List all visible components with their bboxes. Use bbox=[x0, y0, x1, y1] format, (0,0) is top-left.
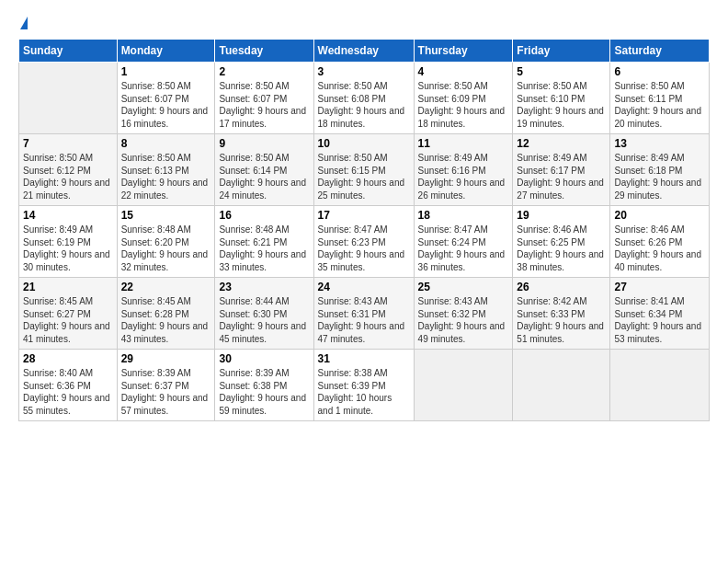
calendar-cell: 22Sunrise: 8:45 AMSunset: 6:28 PMDayligh… bbox=[117, 278, 215, 350]
cell-info: Sunrise: 8:49 AMSunset: 6:19 PMDaylight:… bbox=[23, 224, 110, 272]
cell-info: Sunrise: 8:50 AMSunset: 6:13 PMDaylight:… bbox=[121, 153, 209, 201]
calendar-cell: 7Sunrise: 8:50 AMSunset: 6:12 PMDaylight… bbox=[19, 134, 118, 206]
cell-info: Sunrise: 8:42 AMSunset: 6:33 PMDaylight:… bbox=[517, 296, 604, 344]
cell-info: Sunrise: 8:49 AMSunset: 6:18 PMDaylight:… bbox=[614, 153, 701, 201]
day-number: 7 bbox=[23, 137, 113, 150]
calendar-week-row: 21Sunrise: 8:45 AMSunset: 6:27 PMDayligh… bbox=[19, 278, 710, 350]
weekday-header: Monday bbox=[117, 40, 215, 63]
day-number: 16 bbox=[219, 209, 309, 222]
calendar-cell: 10Sunrise: 8:50 AMSunset: 6:15 PMDayligh… bbox=[313, 134, 414, 206]
day-number: 14 bbox=[23, 209, 113, 222]
day-number: 10 bbox=[318, 137, 410, 150]
cell-info: Sunrise: 8:48 AMSunset: 6:21 PMDaylight:… bbox=[219, 224, 306, 272]
weekday-header: Sunday bbox=[19, 40, 118, 63]
calendar-week-row: 28Sunrise: 8:40 AMSunset: 6:36 PMDayligh… bbox=[19, 350, 710, 421]
calendar-cell: 12Sunrise: 8:49 AMSunset: 6:17 PMDayligh… bbox=[513, 134, 610, 206]
day-number: 19 bbox=[517, 209, 606, 222]
calendar-cell: 4Sunrise: 8:50 AMSunset: 6:09 PMDaylight… bbox=[414, 63, 513, 134]
calendar-cell: 13Sunrise: 8:49 AMSunset: 6:18 PMDayligh… bbox=[610, 134, 710, 206]
day-number: 13 bbox=[614, 137, 705, 150]
day-number: 21 bbox=[23, 281, 113, 293]
day-number: 4 bbox=[418, 65, 509, 78]
cell-info: Sunrise: 8:39 AMSunset: 6:38 PMDaylight:… bbox=[219, 368, 306, 416]
day-number: 12 bbox=[517, 137, 606, 150]
calendar-cell: 31Sunrise: 8:38 AMSunset: 6:39 PMDayligh… bbox=[313, 350, 414, 421]
header-row: SundayMondayTuesdayWednesdayThursdayFrid… bbox=[19, 40, 710, 63]
calendar-table: SundayMondayTuesdayWednesdayThursdayFrid… bbox=[18, 39, 710, 421]
day-number: 8 bbox=[121, 137, 211, 150]
calendar-cell: 28Sunrise: 8:40 AMSunset: 6:36 PMDayligh… bbox=[19, 350, 118, 421]
cell-info: Sunrise: 8:50 AMSunset: 6:08 PMDaylight:… bbox=[318, 81, 405, 129]
day-number: 6 bbox=[614, 65, 705, 78]
calendar-cell bbox=[19, 63, 118, 134]
cell-info: Sunrise: 8:50 AMSunset: 6:15 PMDaylight:… bbox=[318, 153, 405, 201]
day-number: 1 bbox=[121, 65, 211, 78]
calendar-cell bbox=[610, 350, 710, 421]
calendar-cell: 20Sunrise: 8:46 AMSunset: 6:26 PMDayligh… bbox=[610, 206, 710, 278]
calendar-week-row: 7Sunrise: 8:50 AMSunset: 6:12 PMDaylight… bbox=[19, 134, 710, 206]
calendar-cell: 2Sunrise: 8:50 AMSunset: 6:07 PMDaylight… bbox=[215, 63, 313, 134]
cell-info: Sunrise: 8:50 AMSunset: 6:07 PMDaylight:… bbox=[219, 81, 306, 129]
day-number: 22 bbox=[121, 281, 211, 293]
weekday-header: Friday bbox=[513, 40, 610, 63]
day-number: 24 bbox=[318, 281, 410, 293]
day-number: 30 bbox=[219, 352, 309, 365]
cell-info: Sunrise: 8:47 AMSunset: 6:23 PMDaylight:… bbox=[318, 224, 405, 272]
calendar-cell: 17Sunrise: 8:47 AMSunset: 6:23 PMDayligh… bbox=[313, 206, 414, 278]
cell-info: Sunrise: 8:46 AMSunset: 6:25 PMDaylight:… bbox=[517, 224, 604, 272]
calendar-cell: 19Sunrise: 8:46 AMSunset: 6:25 PMDayligh… bbox=[513, 206, 610, 278]
cell-info: Sunrise: 8:50 AMSunset: 6:11 PMDaylight:… bbox=[614, 81, 701, 129]
calendar-week-row: 14Sunrise: 8:49 AMSunset: 6:19 PMDayligh… bbox=[19, 206, 710, 278]
calendar-header: SundayMondayTuesdayWednesdayThursdayFrid… bbox=[19, 40, 710, 63]
day-number: 3 bbox=[318, 65, 410, 78]
cell-info: Sunrise: 8:50 AMSunset: 6:10 PMDaylight:… bbox=[517, 81, 604, 129]
cell-info: Sunrise: 8:45 AMSunset: 6:27 PMDaylight:… bbox=[23, 296, 110, 344]
calendar-cell bbox=[414, 350, 513, 421]
calendar-cell: 30Sunrise: 8:39 AMSunset: 6:38 PMDayligh… bbox=[215, 350, 313, 421]
cell-info: Sunrise: 8:38 AMSunset: 6:39 PMDaylight:… bbox=[318, 368, 392, 416]
calendar-cell: 1Sunrise: 8:50 AMSunset: 6:07 PMDaylight… bbox=[117, 63, 215, 134]
calendar-cell: 27Sunrise: 8:41 AMSunset: 6:34 PMDayligh… bbox=[610, 278, 710, 350]
header bbox=[18, 15, 710, 31]
day-number: 11 bbox=[418, 137, 509, 150]
cell-info: Sunrise: 8:41 AMSunset: 6:34 PMDaylight:… bbox=[614, 296, 701, 344]
day-number: 5 bbox=[517, 65, 606, 78]
day-number: 23 bbox=[219, 281, 309, 293]
cell-info: Sunrise: 8:45 AMSunset: 6:28 PMDaylight:… bbox=[121, 296, 209, 344]
cell-info: Sunrise: 8:50 AMSunset: 6:12 PMDaylight:… bbox=[23, 153, 110, 201]
calendar-cell: 9Sunrise: 8:50 AMSunset: 6:14 PMDaylight… bbox=[215, 134, 313, 206]
calendar-cell: 18Sunrise: 8:47 AMSunset: 6:24 PMDayligh… bbox=[414, 206, 513, 278]
cell-info: Sunrise: 8:48 AMSunset: 6:20 PMDaylight:… bbox=[121, 224, 209, 272]
calendar-cell: 23Sunrise: 8:44 AMSunset: 6:30 PMDayligh… bbox=[215, 278, 313, 350]
calendar-cell: 26Sunrise: 8:42 AMSunset: 6:33 PMDayligh… bbox=[513, 278, 610, 350]
cell-info: Sunrise: 8:50 AMSunset: 6:14 PMDaylight:… bbox=[219, 153, 306, 201]
calendar-body: 1Sunrise: 8:50 AMSunset: 6:07 PMDaylight… bbox=[19, 63, 710, 421]
calendar-cell: 24Sunrise: 8:43 AMSunset: 6:31 PMDayligh… bbox=[313, 278, 414, 350]
calendar-cell: 29Sunrise: 8:39 AMSunset: 6:37 PMDayligh… bbox=[117, 350, 215, 421]
cell-info: Sunrise: 8:49 AMSunset: 6:16 PMDaylight:… bbox=[418, 153, 506, 201]
calendar-cell: 21Sunrise: 8:45 AMSunset: 6:27 PMDayligh… bbox=[19, 278, 118, 350]
logo-triangle-icon bbox=[20, 17, 28, 29]
cell-info: Sunrise: 8:49 AMSunset: 6:17 PMDaylight:… bbox=[517, 153, 604, 201]
day-number: 2 bbox=[219, 65, 309, 78]
calendar-cell: 3Sunrise: 8:50 AMSunset: 6:08 PMDaylight… bbox=[313, 63, 414, 134]
day-number: 17 bbox=[318, 209, 410, 222]
day-number: 20 bbox=[614, 209, 705, 222]
day-number: 31 bbox=[318, 352, 410, 365]
cell-info: Sunrise: 8:39 AMSunset: 6:37 PMDaylight:… bbox=[121, 368, 209, 416]
cell-info: Sunrise: 8:43 AMSunset: 6:31 PMDaylight:… bbox=[318, 296, 405, 344]
calendar-cell: 16Sunrise: 8:48 AMSunset: 6:21 PMDayligh… bbox=[215, 206, 313, 278]
weekday-header: Thursday bbox=[414, 40, 513, 63]
day-number: 25 bbox=[418, 281, 509, 293]
calendar-cell: 11Sunrise: 8:49 AMSunset: 6:16 PMDayligh… bbox=[414, 134, 513, 206]
day-number: 26 bbox=[517, 281, 606, 293]
calendar-cell: 5Sunrise: 8:50 AMSunset: 6:10 PMDaylight… bbox=[513, 63, 610, 134]
cell-info: Sunrise: 8:50 AMSunset: 6:09 PMDaylight:… bbox=[418, 81, 506, 129]
page: SundayMondayTuesdayWednesdayThursdayFrid… bbox=[0, 0, 728, 431]
cell-info: Sunrise: 8:43 AMSunset: 6:32 PMDaylight:… bbox=[418, 296, 506, 344]
weekday-header: Saturday bbox=[610, 40, 710, 63]
calendar-cell bbox=[513, 350, 610, 421]
cell-info: Sunrise: 8:47 AMSunset: 6:24 PMDaylight:… bbox=[418, 224, 506, 272]
calendar-cell: 8Sunrise: 8:50 AMSunset: 6:13 PMDaylight… bbox=[117, 134, 215, 206]
logo bbox=[18, 18, 28, 31]
